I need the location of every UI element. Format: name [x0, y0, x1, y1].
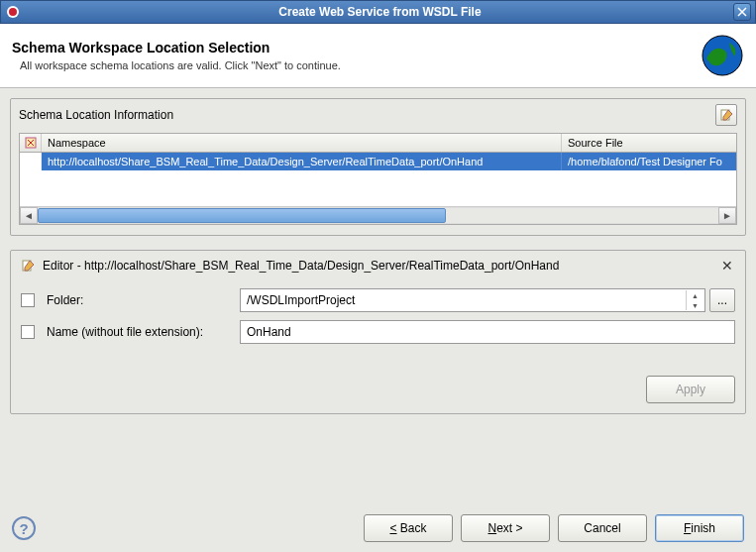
name-input[interactable]: [240, 320, 735, 344]
editor-icon: [19, 257, 37, 275]
editor-close-button[interactable]: ✕: [717, 258, 737, 274]
scroll-thumb[interactable]: [38, 208, 446, 223]
name-label: Name (without file extension):: [47, 325, 240, 339]
scroll-right-arrow[interactable]: ►: [718, 207, 736, 224]
help-button[interactable]: ?: [12, 516, 36, 540]
apply-button: Apply: [646, 376, 735, 403]
horizontal-scrollbar[interactable]: ◄ ►: [20, 206, 736, 224]
cancel-button[interactable]: Cancel: [558, 514, 647, 542]
editor-panel-title: Editor - http://localhost/Share_BSM_Real…: [43, 259, 717, 273]
globe-icon: [701, 34, 744, 77]
row-icon-cell: [20, 153, 42, 170]
cell-namespace: http://localhost/Share_BSM_Real_Time_Dat…: [42, 153, 562, 170]
scroll-track[interactable]: [38, 207, 718, 224]
app-icon: [5, 4, 21, 20]
folder-label: Folder:: [47, 293, 240, 307]
column-source-file[interactable]: Source File: [562, 134, 736, 152]
row-status-icon: [20, 134, 42, 152]
edit-schema-button[interactable]: [715, 104, 737, 126]
finish-button[interactable]: Finish: [655, 514, 744, 542]
folder-input[interactable]: [240, 288, 705, 312]
folder-combo-stepper[interactable]: ▲▼: [686, 290, 703, 310]
page-title: Schema Workspace Location Selection: [12, 40, 701, 55]
svg-point-1: [9, 8, 17, 16]
scroll-left-arrow[interactable]: ◄: [20, 207, 38, 224]
cell-source-file: /home/blafond/Test Designer Fo: [562, 153, 736, 170]
table-row[interactable]: http://localhost/Share_BSM_Real_Time_Dat…: [20, 153, 736, 170]
back-button[interactable]: < Back: [364, 514, 453, 542]
window-close-button[interactable]: [733, 3, 751, 21]
editor-panel: Editor - http://localhost/Share_BSM_Real…: [10, 250, 746, 414]
schema-table: Namespace Source File http://localhost/S…: [19, 133, 737, 225]
schema-panel-title: Schema Location Information: [19, 108, 715, 122]
wizard-header: Schema Workspace Location Selection All …: [0, 24, 756, 88]
schema-location-panel: Schema Location Information Namespace So…: [10, 98, 746, 236]
next-button[interactable]: Next >: [461, 514, 550, 542]
wizard-footer: ? < Back Next > Cancel Finish: [0, 504, 756, 552]
titlebar[interactable]: Create Web Service from WSDL File: [0, 0, 756, 24]
window-title: Create Web Service from WSDL File: [27, 5, 733, 19]
folder-checkbox[interactable]: [21, 293, 35, 307]
column-namespace[interactable]: Namespace: [42, 134, 562, 152]
page-subtitle: All workspace schema locations are valid…: [12, 59, 701, 71]
name-checkbox[interactable]: [21, 325, 35, 339]
browse-folder-button[interactable]: ...: [709, 288, 735, 312]
